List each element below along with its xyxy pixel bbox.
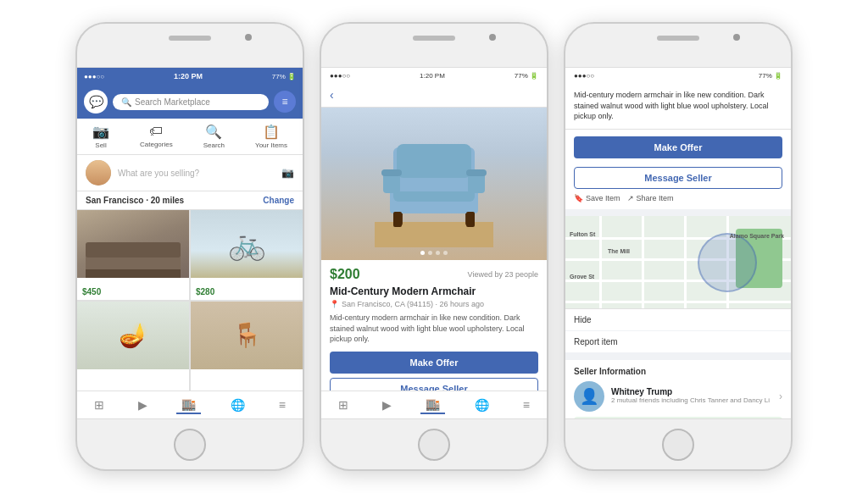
sell-placeholder: What are you selling? bbox=[118, 169, 275, 178]
phone-3-content: Mid-century modern armchair in like new … bbox=[565, 83, 791, 418]
sell-label: Sell bbox=[95, 141, 106, 149]
armchair-illustration bbox=[375, 120, 493, 247]
phone-2-camera bbox=[489, 34, 496, 41]
phone-2-status-bar: ●●●○○ 1:20 PM 77% 🔋 bbox=[321, 68, 547, 83]
battery-3: 77% 🔋 bbox=[759, 72, 782, 80]
phone-1-speaker bbox=[169, 36, 211, 41]
map-container[interactable]: Fulton St Grove St The Mill Alamo Square… bbox=[565, 216, 791, 309]
bottom-nav-globe-icon[interactable]: 🌐 bbox=[225, 396, 250, 413]
message-seller-button-3[interactable]: Message Seller bbox=[574, 167, 782, 189]
phone-3-camera bbox=[733, 34, 740, 41]
map-background: Fulton St Grove St The Mill Alamo Square… bbox=[565, 216, 791, 308]
location-bar: San Francisco · 20 miles Change bbox=[77, 191, 303, 210]
report-row[interactable]: Report item bbox=[565, 331, 791, 353]
phone-2: ●●●○○ 1:20 PM 77% 🔋 ‹ bbox=[320, 22, 548, 471]
camera-upload-icon[interactable]: 📷 bbox=[281, 167, 294, 179]
marketplace-nav: 📷 Sell 🏷 Categories 🔍 Search 📋 Your Item… bbox=[77, 119, 303, 155]
time-display: 1:20 PM bbox=[174, 72, 203, 80]
seller-info-section: Seller Information 👤 Whitney Trump 2 mut… bbox=[565, 360, 791, 418]
map-label-grove: Grove St bbox=[570, 274, 594, 280]
listing-table[interactable]: 🪑 bbox=[191, 302, 303, 391]
listings-grid: $450 🚲 $280 🪔 🪑 bbox=[77, 210, 303, 391]
nav-sell[interactable]: 📷 Sell bbox=[92, 124, 109, 149]
message-seller-button[interactable]: Message Seller bbox=[330, 378, 538, 391]
listing-lamp[interactable]: 🪔 bbox=[77, 302, 189, 391]
seller-chevron-icon: › bbox=[779, 391, 782, 402]
svg-rect-10 bbox=[466, 169, 487, 176]
product-image bbox=[321, 108, 547, 260]
share-icon: ↗ bbox=[627, 194, 634, 202]
battery-2: 77% 🔋 bbox=[515, 72, 538, 80]
dot-1 bbox=[420, 251, 425, 255]
signal-indicator: ●●●○○ bbox=[84, 73, 104, 80]
nav-categories[interactable]: 🏷 Categories bbox=[140, 124, 173, 149]
hide-report-section: Hide Report item bbox=[565, 309, 791, 360]
share-item-button[interactable]: ↗ Share Item bbox=[627, 194, 674, 202]
listing-price-sofa: $450 bbox=[82, 287, 101, 296]
image-pagination-dots bbox=[420, 251, 448, 255]
save-share-row: 🔖 Save Item ↗ Share Item bbox=[574, 194, 782, 202]
search-icon: 🔍 bbox=[121, 97, 131, 107]
home-button-1[interactable] bbox=[174, 429, 206, 461]
bottom-nav-video-icon-2[interactable]: ▶ bbox=[377, 396, 397, 413]
product-location: 📍 San Francisco, CA (94115) · 26 hours a… bbox=[330, 300, 538, 308]
map-label-mill: The Mill bbox=[608, 248, 630, 254]
make-offer-button[interactable]: Make Offer bbox=[330, 352, 538, 374]
svg-rect-11 bbox=[393, 212, 402, 227]
profile-menu-icon[interactable]: ≡ bbox=[274, 91, 296, 113]
back-arrow-icon[interactable]: ‹ bbox=[330, 88, 334, 102]
messenger-icon[interactable]: 💬 bbox=[84, 90, 108, 114]
home-button-2[interactable] bbox=[418, 429, 450, 461]
bottom-nav-globe-icon-2[interactable]: 🌐 bbox=[470, 396, 494, 413]
search-bar[interactable]: 🔍 Search Marketplace bbox=[113, 94, 269, 110]
seller-avatar: 👤 bbox=[574, 381, 604, 412]
bottom-nav-menu-icon-2[interactable]: ≡ bbox=[518, 396, 535, 413]
sell-box[interactable]: What are you selling? 📷 bbox=[77, 155, 303, 191]
bottom-nav-menu-icon[interactable]: ≡ bbox=[274, 396, 291, 413]
your-items-label: Your Items bbox=[255, 141, 287, 149]
bottom-nav-marketplace-icon-2[interactable]: 🏬 bbox=[420, 396, 445, 414]
dot-3 bbox=[436, 251, 440, 255]
change-location-link[interactable]: Change bbox=[263, 196, 294, 205]
product-image-container bbox=[321, 108, 547, 260]
battery-indicator: 77% 🔋 bbox=[272, 73, 296, 80]
bottom-nav-feed-icon[interactable]: ⊞ bbox=[89, 396, 109, 413]
location-text: San Francisco · 20 miles bbox=[86, 196, 184, 205]
phone-1-camera bbox=[245, 34, 252, 41]
seller-mutual-friends: 2 mutual friends including Chris Tanner … bbox=[611, 396, 772, 405]
road-v-1 bbox=[599, 216, 602, 308]
make-offer-button-3[interactable]: Make Offer bbox=[574, 136, 782, 158]
svg-rect-8 bbox=[381, 169, 402, 176]
phone-3-bottom bbox=[565, 418, 791, 469]
dot-4 bbox=[443, 251, 448, 255]
product-description: Mid-century modern armchair in like new … bbox=[330, 313, 538, 345]
listing-bike[interactable]: 🚲 $280 bbox=[191, 210, 303, 300]
svg-rect-6 bbox=[397, 144, 471, 178]
svg-rect-0 bbox=[375, 222, 493, 247]
listing-sofa[interactable]: $450 bbox=[77, 210, 189, 300]
seller-row[interactable]: 👤 Whitney Trump 2 mutual friends includi… bbox=[574, 381, 782, 412]
phone-2-bottom bbox=[321, 418, 547, 469]
location-circle bbox=[698, 233, 757, 292]
product-title: Mid-Century Modern Armchair bbox=[330, 285, 538, 297]
bottom-nav-2: ⊞ ▶ 🏬 🌐 ≡ bbox=[321, 391, 547, 418]
bottom-nav-marketplace-icon[interactable]: 🏬 bbox=[176, 396, 201, 414]
dot-2 bbox=[428, 251, 432, 255]
seller-details: Whitney Trump 2 mutual friends including… bbox=[611, 387, 772, 405]
nav-search[interactable]: 🔍 Search bbox=[203, 124, 225, 149]
phone-3: ●●●○○ 77% 🔋 Mid-century modern armchair … bbox=[564, 22, 793, 471]
phone-2-top bbox=[321, 24, 547, 68]
home-button-3[interactable] bbox=[662, 429, 694, 461]
save-item-button[interactable]: 🔖 Save Item bbox=[574, 194, 620, 202]
bottom-nav-feed-icon-2[interactable]: ⊞ bbox=[333, 396, 353, 413]
bottom-nav-video-icon[interactable]: ▶ bbox=[133, 396, 153, 413]
bookmark-icon: 🔖 bbox=[574, 194, 583, 202]
time-2: 1:20 PM bbox=[420, 72, 445, 80]
phone-1: ●●●○○ 1:20 PM 77% 🔋 💬 🔍 Search Marketpla… bbox=[75, 22, 304, 471]
map-label-park: Alamo Square Park bbox=[730, 233, 784, 239]
road-v-2 bbox=[642, 216, 644, 308]
hide-row[interactable]: Hide bbox=[565, 309, 791, 331]
nav-your-items[interactable]: 📋 Your Items bbox=[255, 124, 287, 149]
road-v-3 bbox=[684, 216, 687, 308]
svg-rect-12 bbox=[466, 212, 475, 227]
